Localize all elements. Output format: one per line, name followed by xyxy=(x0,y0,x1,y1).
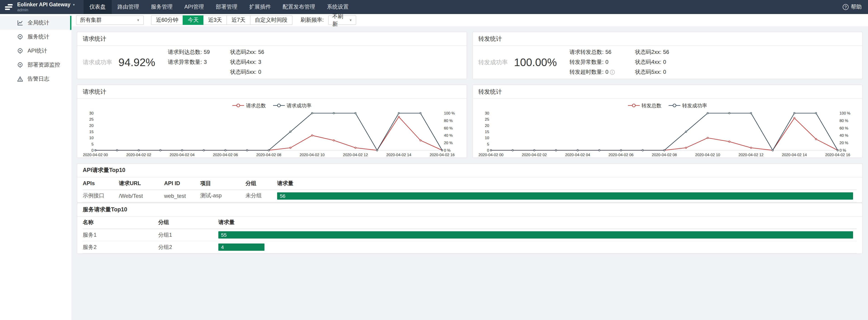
svg-text:25: 25 xyxy=(485,117,489,121)
stat-error-count: 请求异常数量:3 xyxy=(168,58,210,66)
svg-text:2020-04-02 02: 2020-04-02 02 xyxy=(522,153,547,157)
svg-text:0 %: 0 % xyxy=(444,148,451,152)
filter-bar: 所有集群 ▼ 近60分钟 今天 近3天 近7天 自定义时间段 刷新频率: 不刷新… xyxy=(71,14,868,26)
request-count-bar: 56 xyxy=(277,192,853,199)
warning-icon xyxy=(17,76,23,82)
service-top10-card: 服务请求量Top10 名称 分组 请求量 服务1 xyxy=(77,203,863,254)
card-title: 转发统计 xyxy=(473,85,862,99)
stat-error-count: 转发异常数量:0 xyxy=(569,58,615,66)
svg-text:0: 0 xyxy=(487,148,489,152)
nav-item-dashboard[interactable]: 仪表盘 xyxy=(84,0,112,14)
cell-api-name: 示例接口 xyxy=(83,190,119,202)
nav-item-settings[interactable]: 系统设置 xyxy=(321,0,354,14)
column-header: 项目 xyxy=(200,177,246,190)
range-today-button[interactable]: 今天 xyxy=(183,16,204,25)
forward-rate-label: 转发成功率 xyxy=(478,58,508,66)
nav-item-services[interactable]: 服务管理 xyxy=(145,0,179,14)
nav-item-routes[interactable]: 路由管理 xyxy=(112,0,145,14)
stat-4xx: 状态码4xx:0 xyxy=(635,58,669,66)
svg-text:15: 15 xyxy=(89,130,94,134)
sidebar-item-service-stats[interactable]: 服务统计 xyxy=(0,30,71,44)
sidebar-item-deploy-monitor[interactable]: 部署资源监控 xyxy=(0,58,71,72)
legend-item-forward-total[interactable]: 转发总数 xyxy=(628,102,661,109)
sidebar-item-label: 部署资源监控 xyxy=(28,61,60,69)
help-button[interactable]: ? 帮助 xyxy=(843,0,862,14)
request-line-chart: 0510152025300 %20 %40 %60 %80 %100 %2020… xyxy=(83,111,461,157)
time-range-group: 近60分钟 今天 近3天 近7天 自定义时间段 xyxy=(151,16,292,25)
svg-text:2020-04-02 14: 2020-04-02 14 xyxy=(782,153,807,157)
svg-text:40 %: 40 % xyxy=(444,133,453,138)
svg-text:2020-04-02 16: 2020-04-02 16 xyxy=(430,153,455,157)
table-row: 服务2 分组2 4 xyxy=(83,241,857,253)
sidebar-item-global-stats[interactable]: 全局统计 xyxy=(0,16,71,30)
svg-text:2020-04-02 14: 2020-04-02 14 xyxy=(386,153,411,157)
svg-text:10: 10 xyxy=(89,136,94,140)
legend-marker-icon xyxy=(628,103,640,108)
sidebar: 全局统计 服务统计 API统计 部署资源监控 xyxy=(0,14,71,320)
nav-item-config-publish[interactable]: 配置发布管理 xyxy=(277,0,321,14)
card-title: 请求统计 xyxy=(77,32,467,46)
svg-text:2020-04-02 08: 2020-04-02 08 xyxy=(256,153,281,157)
svg-text:30: 30 xyxy=(89,111,94,115)
stat-timeout-count: 转发超时数量:0i xyxy=(569,68,615,76)
line-chart-icon xyxy=(17,20,23,26)
dashboard-content: 请求统计 请求成功率 94.92% 请求到达总数:59 状态码2xx:56 请求… xyxy=(71,26,868,320)
sidebar-item-api-stats[interactable]: API统计 xyxy=(0,44,71,58)
cluster-select-value: 所有集群 xyxy=(80,16,102,24)
sidebar-item-label: 告警日志 xyxy=(28,75,49,83)
svg-text:5: 5 xyxy=(487,142,489,146)
brand-menu[interactable]: Eolinker API Gateway ▼ admin xyxy=(17,0,75,14)
svg-text:2020-04-02 08: 2020-04-02 08 xyxy=(652,153,677,157)
nav-item-api[interactable]: API管理 xyxy=(179,0,210,14)
svg-text:80 %: 80 % xyxy=(839,119,848,123)
svg-text:2020-04-02 02: 2020-04-02 02 xyxy=(126,153,151,157)
column-header: 分组 xyxy=(246,177,277,190)
table-header-row: 名称 分组 请求量 xyxy=(83,216,857,229)
chevron-down-icon: ▼ xyxy=(136,19,140,22)
brand-name: Eolinker API Gateway xyxy=(17,2,70,8)
stat-2xx: 状态码2xx:56 xyxy=(635,49,669,56)
nav-item-plugins[interactable]: 扩展插件 xyxy=(243,0,277,14)
svg-text:2020-04-02 06: 2020-04-02 06 xyxy=(213,153,238,157)
api-top10-title: API请求量Top10 xyxy=(77,164,862,177)
sidebar-item-label: API统计 xyxy=(28,47,47,55)
svg-text:0: 0 xyxy=(92,148,94,152)
range-custom-button[interactable]: 自定义时间段 xyxy=(250,16,292,25)
chevron-down-icon: ▼ xyxy=(349,19,352,22)
cell-api-id: web_test xyxy=(164,190,200,202)
sidebar-item-alert-logs[interactable]: 告警日志 xyxy=(0,72,71,86)
stat-5xx: 状态码5xx:0 xyxy=(230,68,264,76)
info-icon[interactable]: i xyxy=(610,70,615,75)
request-rate-label: 请求成功率 xyxy=(83,58,112,66)
top-nav-items: 仪表盘 路由管理 服务管理 API管理 部署管理 扩展插件 配置发布管理 系统设… xyxy=(84,0,355,14)
range-60min-button[interactable]: 近60分钟 xyxy=(151,16,183,25)
svg-text:2020-04-02 00: 2020-04-02 00 xyxy=(478,153,504,157)
api-top10-table: APIs 请求URL API ID 项目 分组 请求量 示例接口 xyxy=(83,177,857,202)
service-top10-title: 服务请求量Top10 xyxy=(77,203,862,216)
legend-marker-icon xyxy=(273,103,285,108)
column-header: 名称 xyxy=(83,216,158,229)
stat-2xx: 状态码2xx:56 xyxy=(230,49,264,56)
request-count-bar: 4 xyxy=(218,243,265,251)
legend-item-forward-rate[interactable]: 转发成功率 xyxy=(669,102,707,109)
request-stats: 请求到达总数:59 状态码2xx:56 请求异常数量:3 状态码4xx:3 状态… xyxy=(168,49,264,76)
range-3days-button[interactable]: 近3天 xyxy=(203,16,227,25)
legend-item-request-rate[interactable]: 请求成功率 xyxy=(273,102,311,109)
refresh-select[interactable]: 不刷新 ▼ xyxy=(328,16,356,25)
legend-item-request-total[interactable]: 请求总数 xyxy=(232,102,266,109)
logo[interactable] xyxy=(0,0,17,14)
cluster-select[interactable]: 所有集群 ▼ xyxy=(76,16,144,25)
card-title: 请求统计 xyxy=(77,85,467,99)
brand-user: admin xyxy=(17,8,75,12)
stat-empty xyxy=(168,68,210,76)
svg-text:100 %: 100 % xyxy=(839,111,850,115)
svg-text:2020-04-02 12: 2020-04-02 12 xyxy=(343,153,368,157)
svg-text:60 %: 60 % xyxy=(444,126,453,130)
request-chart-card: 请求统计 请求总数 请求成功率 xyxy=(77,85,467,158)
stat-4xx: 状态码4xx:3 xyxy=(230,58,264,66)
table-header-row: APIs 请求URL API ID 项目 分组 请求量 xyxy=(83,177,857,190)
range-7days-button[interactable]: 近7天 xyxy=(226,16,250,25)
nav-item-deploy[interactable]: 部署管理 xyxy=(210,0,243,14)
request-summary-card: 请求统计 请求成功率 94.92% 请求到达总数:59 状态码2xx:56 请求… xyxy=(77,32,467,79)
svg-text:20 %: 20 % xyxy=(444,141,453,145)
